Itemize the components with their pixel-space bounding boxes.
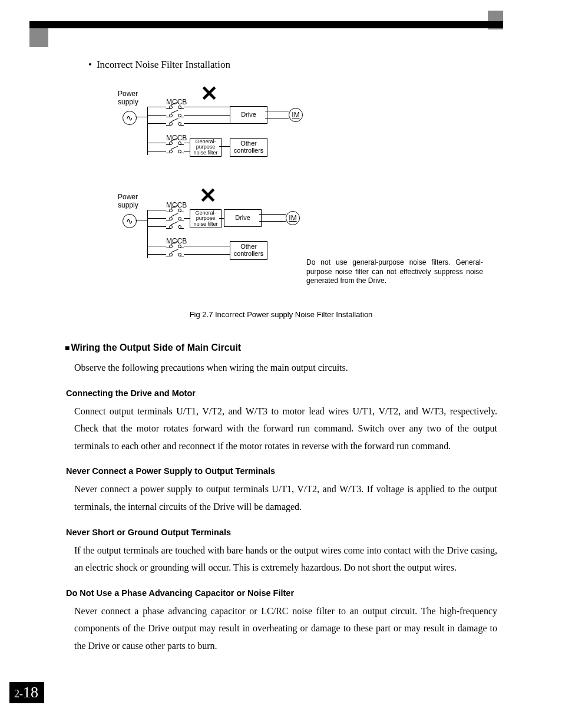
header-rule [29, 21, 503, 28]
figure-note: Do not use general-purpose noise filters… [306, 258, 483, 286]
motor-icon: IM [286, 211, 300, 225]
power-supply-label: Power supply [118, 193, 138, 210]
page-number: 2-18 [9, 682, 44, 703]
figure-2-7: ✕ Power supply ∿ MCCB Drive [112, 87, 497, 299]
drive-box: Drive [224, 209, 262, 227]
section-heading-text: Wiring the Output Side of Main Circuit [71, 342, 241, 353]
sub-heading-1: Connecting the Drive and Motor [66, 388, 497, 398]
figure-caption: Fig 2.7 Incorrect Power supply Noise Fil… [65, 310, 497, 319]
header-cube-decor [29, 28, 48, 47]
section-heading: ■Wiring the Output Side of Main Circuit [65, 342, 497, 353]
sub-body-3: If the output terminals are touched with… [74, 542, 497, 577]
chapter-number: 2- [14, 688, 23, 700]
section-intro: Observe the following precautions when w… [74, 359, 497, 377]
page-number-value: 18 [23, 684, 38, 701]
sub-heading-2: Never Connect a Power Supply to Output T… [66, 466, 497, 476]
sub-heading-4: Do Not Use a Phase Advancing Capacitor o… [66, 588, 497, 598]
noise-filter-box: General- purpose noise filter [190, 138, 222, 157]
other-controllers-box: Other controllers [230, 241, 267, 260]
cross-icon: ✕ [199, 183, 217, 208]
cross-icon: ✕ [200, 81, 218, 106]
bullet-title: Incorrect Noise Filter Installation [88, 59, 497, 71]
other-controllers-box: Other controllers [230, 138, 267, 157]
sub-body-4: Never connect a phase advancing capacito… [74, 602, 497, 655]
sub-body-2: Never connect a power supply to output t… [74, 480, 497, 515]
sub-heading-3: Never Short or Ground Output Terminals [66, 528, 497, 537]
ac-source-icon: ∿ [123, 214, 137, 228]
power-supply-label: Power supply [118, 90, 138, 107]
ac-source-icon: ∿ [123, 111, 137, 125]
noise-filter-box: General- purpose noise filter [190, 209, 222, 228]
motor-icon: IM [289, 108, 303, 122]
sub-body-1: Connect output terminals U/T1, V/T2, and… [74, 403, 497, 455]
drive-box: Drive [230, 106, 267, 124]
